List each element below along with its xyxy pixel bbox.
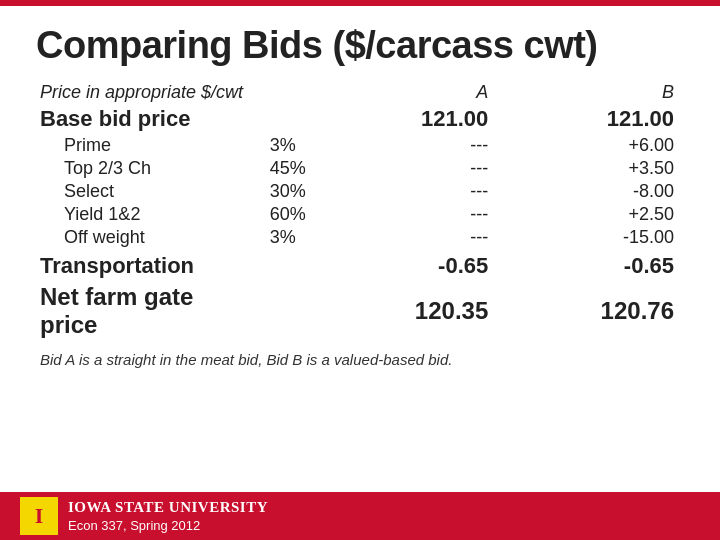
footer-bar: I Iowa State University Econ 337, Spring…: [0, 492, 720, 540]
sub-a-3: ---: [333, 203, 509, 226]
sub-b-0: +6.00: [508, 134, 684, 157]
university-name: Iowa State University: [68, 499, 268, 516]
sub-a-0: ---: [333, 134, 509, 157]
table-row: Top 2/3 Ch 45% --- +3.50: [36, 157, 684, 180]
sub-label-2: Select: [36, 180, 256, 203]
sub-label-1: Top 2/3 Ch: [36, 157, 256, 180]
sub-a-4: ---: [333, 226, 509, 249]
main-content: Comparing Bids ($/carcass cwt) Price in …: [0, 6, 720, 384]
base-bid-col-b: 121.00: [508, 104, 684, 134]
table-row: Off weight 3% --- -15.00: [36, 226, 684, 249]
sub-pct-4: 3%: [256, 226, 333, 249]
base-bid-col-a: 121.00: [333, 104, 509, 134]
table-header-row: Price in appropriate $/cwt A B: [36, 81, 684, 104]
footnote: Bid A is a straight in the meat bid, Bid…: [36, 351, 684, 368]
sub-label-4: Off weight: [36, 226, 256, 249]
sub-b-1: +3.50: [508, 157, 684, 180]
sub-pct-0: 3%: [256, 134, 333, 157]
table-row: Prime 3% --- +6.00: [36, 134, 684, 157]
net-farm-row: Net farm gate price 120.35 120.76: [36, 281, 684, 341]
table-row: Select 30% --- -8.00: [36, 180, 684, 203]
header-col-a: A: [333, 81, 509, 104]
sub-label-0: Prime: [36, 134, 256, 157]
net-farm-col-a: 120.35: [333, 281, 509, 341]
net-farm-col-b: 120.76: [508, 281, 684, 341]
transportation-col-b: -0.65: [508, 249, 684, 281]
footer-text: Iowa State University Econ 337, Spring 2…: [68, 499, 268, 533]
sub-a-1: ---: [333, 157, 509, 180]
page-title: Comparing Bids ($/carcass cwt): [36, 24, 684, 67]
transportation-row: Transportation -0.65 -0.65: [36, 249, 684, 281]
sub-b-3: +2.50: [508, 203, 684, 226]
logo-letter: I: [35, 503, 44, 529]
transportation-label: Transportation: [36, 249, 256, 281]
net-farm-label: Net farm gate price: [36, 281, 256, 341]
course-info: Econ 337, Spring 2012: [68, 518, 268, 533]
base-bid-row: Base bid price 121.00 121.00: [36, 104, 684, 134]
header-label: Price in appropriate $/cwt: [36, 81, 256, 104]
header-col-b: B: [508, 81, 684, 104]
sub-pct-3: 60%: [256, 203, 333, 226]
table-row: Yield 1&2 60% --- +2.50: [36, 203, 684, 226]
sub-a-2: ---: [333, 180, 509, 203]
transportation-col-a: -0.65: [333, 249, 509, 281]
sub-b-2: -8.00: [508, 180, 684, 203]
sub-pct-2: 30%: [256, 180, 333, 203]
logo-block: I: [20, 497, 58, 535]
bids-table: Price in appropriate $/cwt A B Base bid …: [36, 81, 684, 341]
sub-label-3: Yield 1&2: [36, 203, 256, 226]
sub-pct-1: 45%: [256, 157, 333, 180]
university-logo: I Iowa State University Econ 337, Spring…: [20, 497, 268, 535]
base-bid-label: Base bid price: [36, 104, 256, 134]
sub-b-4: -15.00: [508, 226, 684, 249]
